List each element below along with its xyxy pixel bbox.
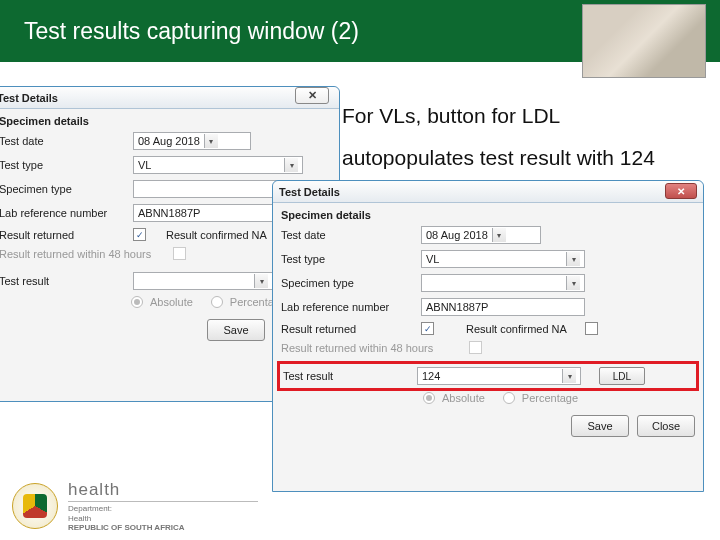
label-test-date: Test date: [281, 229, 417, 241]
save-button[interactable]: Save: [571, 415, 629, 437]
section-specimen-details: Specimen details: [0, 109, 339, 129]
annotation-line-1: For VLs, button for LDL: [342, 104, 560, 128]
label-lab-ref: Lab reference number: [0, 207, 129, 219]
test-type-combo[interactable]: VL ▾: [421, 250, 585, 268]
close-button[interactable]: Close: [637, 415, 695, 437]
test-date-value: 08 Aug 2018: [138, 135, 200, 147]
test-result-value: 124: [422, 370, 440, 382]
test-type-value: VL: [138, 159, 151, 171]
percentage-radio: [503, 392, 515, 404]
lab-ref-value: ABNN1887P: [138, 207, 200, 219]
window-title: Test Details: [279, 186, 340, 198]
label-test-type: Test type: [281, 253, 417, 265]
label-absolute: Absolute: [150, 296, 193, 308]
chevron-down-icon[interactable]: ▾: [284, 158, 298, 172]
within-48-checkbox: [469, 341, 482, 354]
within-48-checkbox: [173, 247, 186, 260]
test-date-field[interactable]: 08 Aug 2018 ▾: [133, 132, 251, 150]
label-test-date: Test date: [0, 135, 129, 147]
ldl-button[interactable]: LDL: [599, 367, 645, 385]
window-titlebar: Test Details ✕: [0, 87, 339, 109]
result-returned-checkbox[interactable]: ✓: [421, 322, 434, 335]
test-type-value: VL: [426, 253, 439, 265]
close-icon[interactable]: ✕: [295, 87, 329, 104]
dept-line-1: Department:: [68, 504, 258, 513]
test-result-combo[interactable]: ▾: [133, 272, 273, 290]
label-result-confirmed: Result confirmed NA: [466, 323, 567, 335]
specimen-type-combo[interactable]: ▾: [421, 274, 585, 292]
chevron-down-icon[interactable]: ▾: [562, 369, 576, 383]
label-test-result: Test result: [0, 275, 129, 287]
lab-ref-field[interactable]: ABNN1887P: [421, 298, 585, 316]
label-result-returned: Result returned: [0, 229, 129, 241]
label-test-result: Test result: [283, 370, 413, 382]
chevron-down-icon[interactable]: ▾: [566, 276, 580, 290]
section-specimen-details: Specimen details: [273, 203, 703, 223]
close-icon[interactable]: ✕: [665, 183, 697, 199]
chevron-down-icon[interactable]: ▾: [566, 252, 580, 266]
lab-ref-value: ABNN1887P: [426, 301, 488, 313]
label-specimen-type: Specimen type: [281, 277, 417, 289]
label-within-48: Result returned within 48 hours: [281, 342, 465, 354]
slide-title: Test results capturing window (2): [24, 18, 359, 45]
label-within-48: Result returned within 48 hours: [0, 248, 169, 260]
test-date-value: 08 Aug 2018: [426, 229, 488, 241]
coat-of-arms-icon: [12, 483, 58, 529]
test-date-field[interactable]: 08 Aug 2018 ▾: [421, 226, 541, 244]
absolute-radio: [423, 392, 435, 404]
test-result-combo[interactable]: 124 ▾: [417, 367, 581, 385]
test-details-window-b: Test Details ✕ Specimen details Test dat…: [272, 180, 704, 492]
label-result-returned: Result returned: [281, 323, 417, 335]
label-specimen-type: Specimen type: [0, 183, 129, 195]
department-text: health Department: Health REPUBLIC OF SO…: [68, 480, 258, 532]
chevron-down-icon[interactable]: ▾: [254, 274, 268, 288]
label-percentage: Percentage: [522, 392, 578, 404]
label-test-type: Test type: [0, 159, 129, 171]
dept-line-2: Health: [68, 514, 258, 523]
calendar-dropdown-icon[interactable]: ▾: [492, 228, 506, 242]
result-returned-checkbox[interactable]: ✓: [133, 228, 146, 241]
window-titlebar: Test Details ✕: [273, 181, 703, 203]
annotation-line-2: autopopulates test result with 124: [342, 146, 655, 170]
calendar-dropdown-icon[interactable]: ▾: [204, 134, 218, 148]
test-type-combo[interactable]: VL ▾: [133, 156, 303, 174]
save-button[interactable]: Save: [207, 319, 265, 341]
label-absolute: Absolute: [442, 392, 485, 404]
slide-header: Test results capturing window (2): [0, 0, 720, 62]
result-confirmed-checkbox[interactable]: [585, 322, 598, 335]
header-photo: [582, 4, 706, 78]
dept-line-3: REPUBLIC OF SOUTH AFRICA: [68, 523, 258, 532]
label-result-confirmed: Result confirmed NA: [166, 229, 267, 241]
brand-name: health: [68, 480, 258, 500]
absolute-radio: [131, 296, 143, 308]
window-title: Test Details: [0, 92, 58, 104]
footer-branding: health Department: Health REPUBLIC OF SO…: [12, 480, 258, 532]
label-lab-ref: Lab reference number: [281, 301, 417, 313]
percentage-radio: [211, 296, 223, 308]
